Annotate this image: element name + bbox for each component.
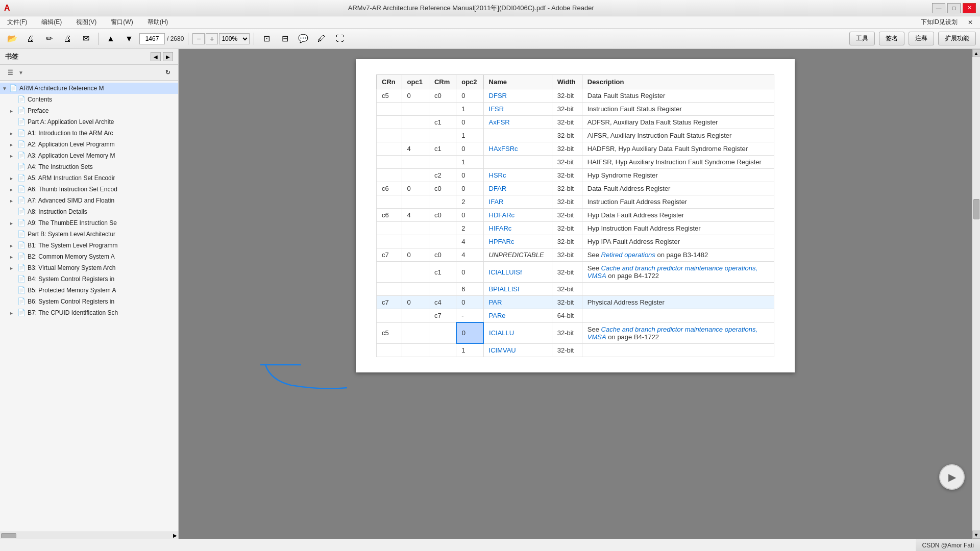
- register-link[interactable]: HAxFSRc: [489, 145, 518, 153]
- stamp-button[interactable]: 🖊: [313, 31, 330, 46]
- sign-button[interactable]: 签名: [879, 32, 904, 45]
- register-link[interactable]: AxFSR: [489, 118, 510, 126]
- close-button[interactable]: ✕: [963, 3, 976, 13]
- sidebar-item-contents[interactable]: 📄 Contents: [0, 94, 178, 105]
- menu-help[interactable]: 帮助(H): [144, 17, 172, 28]
- email-button[interactable]: ✉: [78, 31, 94, 46]
- zoom-select[interactable]: 100%: [219, 33, 250, 44]
- sidebar-item-partB[interactable]: 📄 Part B: System Level Architectur: [0, 229, 178, 240]
- register-link[interactable]: HSRc: [489, 171, 506, 179]
- scroll-right-btn[interactable]: ▶: [173, 533, 177, 538]
- fit-page-button[interactable]: ⊡: [258, 31, 275, 46]
- sidebar-item-B7[interactable]: ▸ 📄 B7: The CPUID Identification Sch: [0, 307, 178, 318]
- open-button[interactable]: 📂: [4, 31, 20, 46]
- cell-name[interactable]: DFSR: [483, 89, 552, 103]
- maximize-button[interactable]: □: [947, 3, 961, 13]
- menu-close-right[interactable]: ✕: [965, 18, 976, 27]
- register-link[interactable]: DFAR: [489, 185, 507, 192]
- next-page-button[interactable]: ▼: [121, 31, 137, 46]
- sidebar-expand-button[interactable]: ▶: [163, 52, 173, 61]
- extend-button[interactable]: 扩展功能: [938, 32, 976, 45]
- sidebar-hscrollbar[interactable]: ▶: [0, 532, 178, 539]
- sidebar-item-A5[interactable]: ▸ 📄 A5: ARM Instruction Set Encodir: [0, 172, 178, 184]
- cell-name[interactable]: PARe: [483, 309, 552, 323]
- register-link[interactable]: HDFARc: [489, 211, 515, 219]
- edit-button[interactable]: ✏: [41, 31, 57, 46]
- register-link[interactable]: HPFARc: [489, 238, 514, 245]
- register-link[interactable]: HIFARc: [489, 224, 512, 232]
- cell-name[interactable]: HIFARc: [483, 222, 552, 235]
- cell-name[interactable]: DFAR: [483, 182, 552, 195]
- cell-name[interactable]: HDFARc: [483, 209, 552, 222]
- sidebar-item-B3[interactable]: ▸ 📄 B3: Virtual Memory System Arch: [0, 262, 178, 273]
- sidebar-item-A2[interactable]: ▸ 📄 A2: Application Level Programm: [0, 139, 178, 150]
- play-button[interactable]: ▶: [939, 464, 965, 490]
- register-link[interactable]: ICIALLU: [489, 329, 514, 337]
- menu-window[interactable]: 窗口(W): [108, 17, 136, 28]
- tools-button[interactable]: 工具: [849, 32, 875, 45]
- sidebar-item-preface[interactable]: ▸ 📄 Preface: [0, 105, 178, 116]
- comment-button[interactable]: 💬: [295, 31, 311, 46]
- register-link[interactable]: BPIALLISf: [489, 285, 520, 293]
- desc-link[interactable]: Cache and branch predictor maintenance o…: [587, 325, 757, 341]
- cell-name[interactable]: ICIALLU: [483, 322, 552, 343]
- hscrollbar-thumb[interactable]: [1, 533, 16, 538]
- comment-panel-button[interactable]: 注释: [909, 32, 934, 45]
- sidebar-item-A1[interactable]: ▸ 📄 A1: Introduction to the ARM Arc: [0, 128, 178, 139]
- sidebar-item-partA[interactable]: 📄 Part A: Application Level Archite: [0, 116, 178, 128]
- sidebar-item-B1[interactable]: ▸ 📄 B1: The System Level Programm: [0, 240, 178, 251]
- minimize-button[interactable]: —: [932, 3, 945, 13]
- register-link[interactable]: ICIMVAU: [489, 346, 516, 354]
- zoom-in-button[interactable]: +: [206, 33, 218, 44]
- cell-name[interactable]: HPFARc: [483, 235, 552, 248]
- register-link[interactable]: IFSR: [489, 105, 504, 113]
- sidebar-item-root[interactable]: ▼ 📄 ARM Architecture Reference M: [0, 83, 178, 94]
- sidebar-item-B4[interactable]: 📄 B4: System Control Registers in: [0, 273, 178, 285]
- register-link[interactable]: IFAR: [489, 198, 504, 206]
- register-link[interactable]: PAR: [489, 298, 502, 306]
- scroll-down-button[interactable]: ▼: [972, 531, 981, 539]
- sidebar-collapse-button[interactable]: ◀: [151, 52, 161, 61]
- cell-name[interactable]: BPIALLISf: [483, 283, 552, 296]
- cell-name[interactable]: ICIALLUISf: [483, 262, 552, 283]
- fit-width-button[interactable]: ⊟: [277, 31, 293, 46]
- cell-name[interactable]: HAxFSRc: [483, 142, 552, 156]
- fullscreen-button[interactable]: ⛶: [332, 31, 348, 46]
- sidebar-refresh-button[interactable]: ↻: [162, 67, 174, 78]
- sidebar-item-A3[interactable]: ▸ 📄 A3: Application Level Memory M: [0, 150, 178, 161]
- register-link[interactable]: ICIALLUISf: [489, 268, 522, 276]
- sidebar-item-B5[interactable]: 📄 B5: Protected Memory System A: [0, 285, 178, 296]
- menu-view[interactable]: 视图(V): [73, 17, 100, 28]
- scroll-up-button[interactable]: ▲: [972, 49, 981, 57]
- cell-name[interactable]: ICIMVAU: [483, 343, 552, 357]
- scroll-thumb[interactable]: [973, 199, 979, 219]
- sidebar-view-toggle[interactable]: ☰: [4, 67, 16, 78]
- pdf-content-area[interactable]: CRn opc1 CRm opc2 Name Width Description…: [179, 49, 972, 539]
- cell-name[interactable]: IFSR: [483, 103, 552, 116]
- sidebar-item-B6[interactable]: 📄 B6: System Control Registers in: [0, 296, 178, 307]
- sidebar-item-B2[interactable]: ▸ 📄 B2: Common Memory System A: [0, 251, 178, 262]
- sidebar-item-A8[interactable]: 📄 A8: Instruction Details: [0, 206, 178, 217]
- print-button[interactable]: 🖨: [59, 31, 76, 46]
- cell-name[interactable]: AxFSR: [483, 116, 552, 129]
- zoom-out-button[interactable]: −: [192, 33, 205, 44]
- desc-link[interactable]: Retired operations: [601, 251, 655, 259]
- sidebar-item-A7[interactable]: ▸ 📄 A7: Advanced SIMD and Floatin: [0, 195, 178, 206]
- sidebar-item-A4[interactable]: 📄 A4: The Instruction Sets: [0, 161, 178, 172]
- menu-edit[interactable]: 编辑(E): [38, 17, 65, 28]
- vertical-scrollbar[interactable]: ▲ ▼: [972, 49, 980, 539]
- cell-name[interactable]: PAR: [483, 296, 552, 309]
- sidebar-item-A9[interactable]: ▸ 📄 A9: The ThumbEE Instruction Se: [0, 217, 178, 229]
- cell-name[interactable]: HSRc: [483, 169, 552, 182]
- sidebar-item-A6[interactable]: ▸ 📄 A6: Thumb Instruction Set Encod: [0, 184, 178, 195]
- page-number-input[interactable]: [139, 33, 165, 44]
- print-preview-button[interactable]: 🖨: [22, 31, 39, 46]
- register-link[interactable]: PARe: [489, 312, 506, 319]
- cell-name[interactable]: IFAR: [483, 195, 552, 209]
- register-link[interactable]: DFSR: [489, 92, 507, 99]
- menu-file[interactable]: 文件(F): [4, 17, 30, 28]
- scroll-track[interactable]: [973, 57, 980, 531]
- desc-link[interactable]: Cache and branch predictor maintenance o…: [587, 264, 757, 280]
- sidebar-item-label-9: A6: Thumb Instruction Set Encod: [28, 186, 117, 193]
- prev-page-button[interactable]: ▲: [103, 31, 119, 46]
